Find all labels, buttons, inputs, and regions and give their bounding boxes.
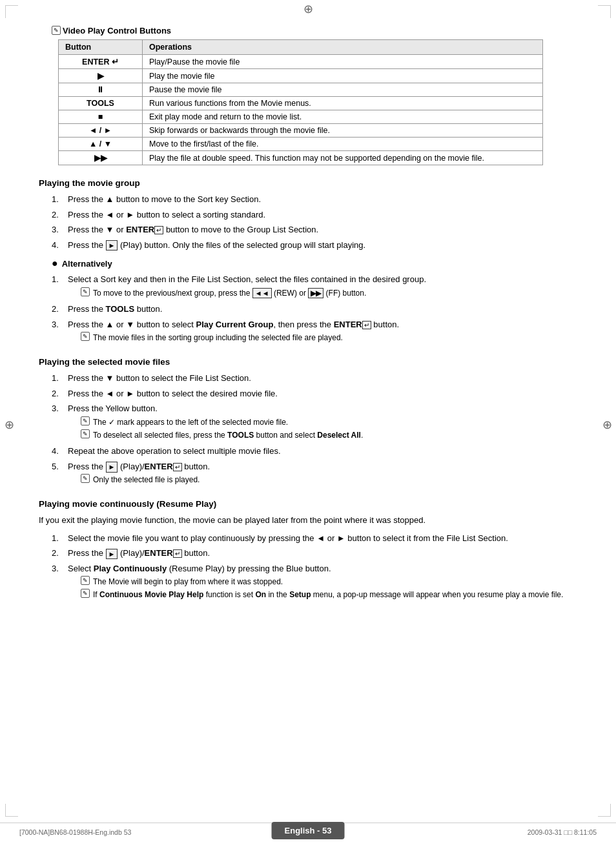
list-item: 4. Repeat the above operation to select … [39,445,577,458]
section-title-selected-movie: Playing the selected movie files [39,357,577,367]
note-line: ✎ The Movie will begin to play from wher… [81,577,577,588]
note-icon: ✎ [81,332,90,341]
corner-tr [598,5,611,18]
list-item: 2. Press the TOOLS button. [39,303,577,316]
table-cell-operation: Skip forwards or backwards through the m… [143,124,543,138]
list-item: 5. Press the ► (Play)/ENTER↵ button. ✎ O… [39,460,577,487]
note-icon: ✎ [81,287,90,296]
table-cell-operation: Play the movie file [143,69,543,83]
note-line: ✎ To deselect all selected files, press … [81,430,577,441]
corner-tl [5,5,18,18]
list-item: 1. Press the ▲ button to move to the Sor… [39,193,577,206]
movie-group-steps: 1. Press the ▲ button to move to the Sor… [39,193,577,251]
note-line: ✎ The movie files in the sorting group i… [81,332,577,343]
list-item: 3. Press the Yellow button. ✎ The ✓ mark… [39,402,577,442]
corner-bl [5,804,18,817]
page-container: ⊕ ⊕ ⊕ ✎ Video Play Control Buttons Butto… [0,0,616,849]
footer-right-text: 2009-03-31 □□ 8:11:05 [528,828,597,836]
note-icon: ✎ [81,429,90,438]
table-cell-button: ▲ / ▼ [59,138,143,151]
table-cell-operation: Play the file at double speed. This func… [143,151,543,165]
table-cell-button: ENTER ↵ [59,55,143,69]
section-title-movie-group: Playing the movie group [39,178,577,188]
note-icon: ✎ [81,416,90,425]
english-badge: English - 53 [272,822,345,839]
alternatively-label: Alternatively [62,259,112,269]
note-line: ✎ If Continuous Movie Play Help function… [81,589,577,600]
table-cell-operation: Play/Pause the movie file [143,55,543,69]
list-item: 1. Select a Sort key and then in the Fil… [39,273,577,300]
note-icon-title: ✎ [52,26,61,35]
table-cell-button: ■ [59,110,143,124]
crosshair-top: ⊕ [298,0,318,18]
list-item: 3. Press the ▲ or ▼ button to select Pla… [39,318,577,345]
note-icon: ✎ [81,589,90,598]
table-row: ▶Play the movie file [59,69,543,83]
table-row: ■Exit play mode and return to the movie … [59,110,543,124]
table-cell-button: ⏸ [59,83,143,97]
table-row: ◄ / ►Skip forwards or backwards through … [59,124,543,138]
table-header-button: Button [59,40,143,55]
table-cell-button: ◄ / ► [59,124,143,138]
list-item: 2. Press the ◄ or ► button to select a s… [39,209,577,221]
note-line: ✎ Only the selected file is played. [81,475,577,486]
note-line: ✎ The ✓ mark appears to the left of the … [81,417,577,428]
table-cell-operation: Pause the movie file [143,83,543,97]
control-table: Button Operations ENTER ↵Play/Pause the … [58,39,543,165]
crosshair-left: ⊕ [0,418,18,432]
table-cell-operation: Move to the first/last of the file. [143,138,543,151]
list-item: 2. Press the ◄ or ► button to select the… [39,387,577,400]
note-line: ✎ To move to the previous/next group, pr… [81,288,577,299]
selected-movie-steps: 1. Press the ▼ button to select the File… [39,372,577,487]
section-playing-movie-group: Playing the movie group 1. Press the ▲ b… [39,178,577,345]
table-cell-button: ▶ [59,69,143,83]
list-item: 1. Select the movie file you want to pla… [39,532,577,545]
table-cell-button: TOOLS [59,97,143,110]
note-icon: ✎ [81,576,90,585]
table-cell-operation: Run various functions from the Movie men… [143,97,543,110]
resume-steps: 1. Select the movie file you want to pla… [39,532,577,602]
table-row: TOOLSRun various functions from the Movi… [59,97,543,110]
section-selected-movie: Playing the selected movie files 1. Pres… [39,357,577,487]
list-item: 4. Press the ► (Play) button. Only the f… [39,239,577,252]
alternatively-steps: 1. Select a Sort key and then in the Fil… [39,273,577,345]
table-header-operations: Operations [143,40,543,55]
resume-intro: If you exit the playing movie function, … [39,514,577,527]
crosshair-right: ⊕ [598,418,616,432]
section-resume-play: Playing movie continuously (Resume Play)… [39,499,577,602]
list-item: 2. Press the ► (Play)/ENTER↵ button. [39,547,577,560]
footer-left-text: [7000-NA]BN68-01988H-Eng.indb 53 [19,828,131,836]
table-row: ▲ / ▼Move to the first/last of the file. [59,138,543,151]
table-row: ENTER ↵Play/Pause the movie file [59,55,543,69]
corner-br [598,804,611,817]
table-cell-operation: Exit play mode and return to the movie l… [143,110,543,124]
list-item: 1. Press the ▼ button to select the File… [39,372,577,385]
list-item: 3. Press the ▼ or ENTER↵ button to move … [39,223,577,236]
list-item: 3. Select Play Continuously (Resume Play… [39,562,577,602]
section-title: Video Play Control Buttons [63,26,171,36]
note-icon: ✎ [81,474,90,483]
table-row: ▶▶Play the file at double speed. This fu… [59,151,543,165]
table-row: ⏸Pause the movie file [59,83,543,97]
section-title-resume: Playing movie continuously (Resume Play) [39,499,577,509]
table-cell-button: ▶▶ [59,151,143,165]
